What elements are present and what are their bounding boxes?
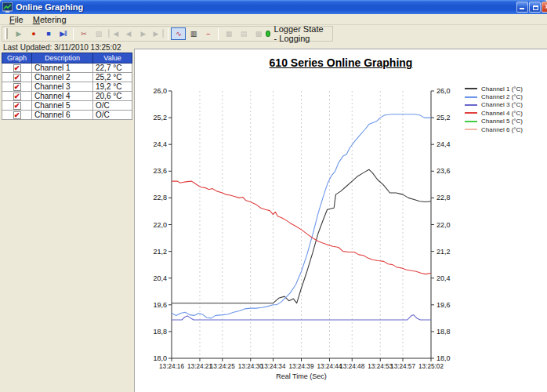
menu-metering[interactable]: Metering: [28, 15, 71, 24]
minimize-button[interactable]: [516, 2, 528, 13]
y-tick-label: 26,0: [153, 87, 167, 95]
graph-checkbox[interactable]: ✔: [13, 74, 21, 82]
y-tick-label: 21,2: [153, 248, 167, 256]
pause-icon[interactable]: ▶‖: [56, 27, 71, 40]
y-tick-label: 21,2: [437, 248, 451, 256]
x-tick-label: 13:24:25: [210, 363, 235, 370]
menu-file[interactable]: File: [5, 15, 28, 24]
legend-swatch-icon: [465, 129, 477, 130]
first-icon[interactable]: ▏◀: [106, 27, 121, 40]
graph-cell: ✔: [2, 111, 32, 120]
toolbar-grip[interactable]: [5, 28, 8, 39]
next-icon[interactable]: ▶: [136, 27, 150, 40]
legend-item-channel-4: Channel 4 (°C): [465, 109, 523, 117]
toolbar-separator: [73, 28, 74, 40]
table-row: ✔Channel 5O/C: [2, 101, 132, 111]
legend-label: Channel 2 (°C): [481, 93, 523, 100]
print-icon[interactable]: ▤: [236, 27, 251, 40]
y-tick-label: 18,8: [437, 328, 451, 336]
legend-swatch-icon: [465, 104, 477, 106]
graph-cell: ✔: [2, 101, 32, 111]
last-updated-text: Last Updated: 3/11/2010 13:25:02: [3, 43, 121, 52]
y-tick-label: 19,6: [153, 301, 167, 309]
legend-swatch-icon: [465, 121, 477, 122]
y-tick-label: 24,4: [437, 140, 451, 148]
logger-state: Logger State - Logging: [266, 24, 329, 43]
x-tick-label: 13:24:44: [317, 363, 342, 370]
y-tick-label: 18,0: [153, 354, 167, 362]
toolbar: ▶●■▶‖✂▧▏◀◀▶▶▕∿▥⌢▦▤▩ Logger State - Loggi…: [2, 26, 333, 42]
menu-bar: FileMetering: [0, 14, 547, 25]
previous-icon[interactable]: ◀: [121, 27, 136, 40]
save-icon[interactable]: ▦: [221, 27, 236, 40]
line-chart-icon[interactable]: ∿: [171, 27, 186, 40]
restore-button[interactable]: [529, 2, 541, 13]
edit-chart-icon[interactable]: ▧: [91, 27, 106, 40]
channel-table-header-row: GraphDescriptionValue: [2, 53, 132, 64]
last-icon[interactable]: ▶▕: [150, 27, 165, 40]
x-tick-label: 13:24:16: [159, 363, 184, 370]
legend-swatch-icon: [465, 96, 477, 98]
y-tick-label: 19,6: [437, 301, 451, 309]
channel-description: Channel 6: [32, 111, 93, 120]
play-icon[interactable]: ▶: [11, 27, 26, 40]
scissors-icon[interactable]: ✂: [76, 27, 91, 40]
histogram-icon[interactable]: ⌢: [201, 27, 216, 40]
x-tick-label: 13:24:39: [289, 363, 314, 370]
legend-swatch-icon: [465, 112, 477, 114]
channel-description: Channel 5: [32, 101, 93, 111]
column-header-graph: Graph: [2, 53, 32, 64]
y-tick-label: 25,2: [437, 114, 451, 122]
y-tick-label: 22,0: [153, 221, 167, 229]
graph-checkbox[interactable]: ✔: [13, 64, 21, 72]
column-header-description: Description: [32, 53, 93, 64]
y-tick-label: 25,2: [153, 114, 167, 122]
y-tick-label: 24,4: [153, 140, 167, 148]
channel-value: 22,7 °C: [93, 64, 132, 73]
table-row: ✔Channel 6O/C: [2, 111, 132, 120]
close-button[interactable]: ×: [542, 2, 547, 13]
y-tick-label: 23,6: [437, 167, 451, 175]
legend-label: Channel 4 (°C): [481, 110, 523, 117]
record-icon[interactable]: ●: [26, 27, 41, 40]
table-row: ✔Channel 319,2 °C: [2, 82, 132, 92]
graph-checkbox[interactable]: ✔: [13, 102, 21, 110]
legend-item-channel-5: Channel 5 (°C): [465, 118, 523, 125]
channel-description: Channel 4: [32, 92, 93, 101]
app-icon: [2, 2, 13, 13]
chart-panel: 610 Series Online Graphing 26,026,025,22…: [134, 49, 547, 392]
legend-item-channel-1: Channel 1 (°C): [465, 85, 523, 93]
y-tick-label: 20,4: [437, 274, 451, 282]
y-tick-label: 22,8: [437, 194, 451, 201]
y-tick-label: 22,0: [437, 221, 451, 229]
legend-swatch-icon: [465, 88, 477, 89]
channel-value: O/C: [93, 101, 132, 111]
table-row: ✔Channel 122,7 °C: [2, 64, 132, 73]
x-tick-label: 13:25:02: [418, 363, 444, 370]
x-tick-label: 13:24:48: [339, 363, 364, 370]
legend-label: Channel 6 (°C): [481, 126, 523, 133]
stop-icon[interactable]: ■: [41, 27, 56, 40]
channel-value: 20,6 °C: [93, 92, 132, 101]
column-header-value: Value: [93, 53, 132, 64]
channel-value: 19,2 °C: [93, 82, 132, 92]
export-icon[interactable]: ▩: [251, 27, 266, 40]
chart-legend: Channel 1 (°C)Channel 2 (°C)Channel 3 (°…: [465, 85, 523, 133]
x-axis-label: Real Time (Sec): [276, 372, 327, 380]
channel-description: Channel 2: [32, 73, 93, 82]
graph-checkbox[interactable]: ✔: [13, 93, 21, 100]
toolbar-buttons: ▶●■▶‖✂▧▏◀◀▶▶▕∿▥⌢▦▤▩: [11, 27, 266, 40]
graph-checkbox[interactable]: ✔: [13, 83, 21, 91]
x-tick-label: 13:24:53: [368, 363, 393, 370]
graph-cell: ✔: [2, 82, 32, 92]
table-row: ✔Channel 225,2 °C: [2, 73, 132, 82]
legend-item-channel-3: Channel 3 (°C): [465, 101, 523, 109]
channel-description: Channel 3: [32, 82, 93, 92]
legend-label: Channel 3 (°C): [481, 101, 523, 108]
legend-label: Channel 5 (°C): [481, 118, 523, 125]
x-tick-label: 13:24:30: [238, 363, 263, 370]
graph-checkbox[interactable]: ✔: [13, 111, 21, 119]
data-table-icon[interactable]: ▥: [186, 27, 201, 40]
graph-cell: ✔: [2, 64, 32, 73]
legend-item-channel-6: Channel 6 (°C): [465, 125, 523, 133]
